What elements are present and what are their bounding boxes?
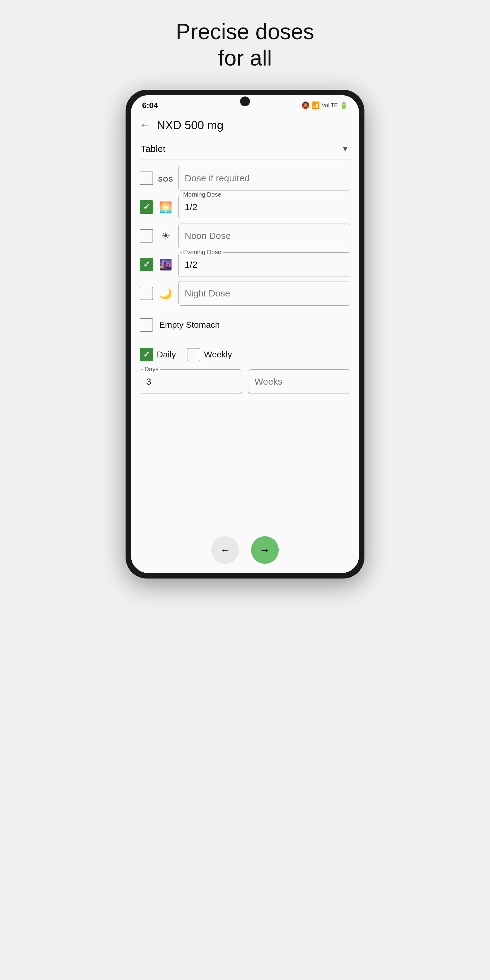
duration-row: Days bbox=[140, 369, 350, 394]
evening-checkbox[interactable] bbox=[140, 258, 153, 271]
status-icons: 🔕 📶 VoLTE 🔋 bbox=[301, 101, 348, 109]
back-button[interactable]: ← bbox=[140, 119, 151, 132]
sos-input-wrapper bbox=[178, 166, 350, 191]
tablet-label: Tablet bbox=[141, 144, 165, 154]
days-input[interactable] bbox=[140, 369, 242, 394]
morning-input-wrapper: Morning Dose bbox=[178, 195, 350, 219]
phone-screen: 6:04 🔕 📶 VoLTE 🔋 ← NXD 500 mg Tablet ▼ bbox=[131, 95, 359, 573]
mute-icon: 🔕 bbox=[301, 101, 310, 109]
days-wrapper: Days bbox=[140, 369, 242, 394]
sos-dose-input[interactable] bbox=[178, 166, 350, 191]
night-dose-input[interactable] bbox=[178, 281, 350, 305]
weeks-wrapper bbox=[248, 369, 350, 394]
noon-icon: ☀ bbox=[158, 230, 173, 242]
form-content: Tablet ▼ SOS 🌅 Morning Dose bbox=[131, 138, 359, 530]
wifi-icon: 📶 bbox=[312, 101, 320, 109]
next-nav-button[interactable]: → bbox=[251, 536, 279, 564]
night-checkbox[interactable] bbox=[140, 286, 153, 300]
tablet-dropdown[interactable]: Tablet ▼ bbox=[140, 138, 350, 160]
sos-icon: SOS bbox=[158, 172, 173, 184]
evening-dose-label: Evening Dose bbox=[182, 249, 223, 256]
morning-checkbox[interactable] bbox=[140, 200, 153, 214]
back-nav-button[interactable]: ← bbox=[211, 536, 239, 564]
weekly-option: Weekly bbox=[187, 348, 232, 361]
sos-checkbox[interactable] bbox=[140, 172, 153, 185]
night-dose-row: 🌙 bbox=[140, 281, 350, 305]
schedule-row: Daily Weekly bbox=[140, 343, 350, 366]
evening-icon: 🌆 bbox=[158, 258, 173, 271]
sos-dose-row: SOS bbox=[140, 166, 350, 191]
days-label: Days bbox=[143, 366, 160, 373]
weekly-label: Weekly bbox=[204, 350, 232, 360]
app-bar: ← NXD 500 mg bbox=[131, 113, 359, 138]
daily-checkbox[interactable] bbox=[140, 348, 153, 361]
noon-checkbox[interactable] bbox=[140, 229, 153, 243]
weeks-input[interactable] bbox=[248, 369, 350, 394]
camera-notch bbox=[240, 97, 250, 106]
morning-dose-row: 🌅 Morning Dose bbox=[140, 195, 350, 219]
evening-dose-row: 🌆 Evening Dose bbox=[140, 252, 350, 277]
daily-option: Daily bbox=[140, 348, 176, 361]
morning-icon: 🌅 bbox=[158, 201, 173, 213]
noon-input-wrapper bbox=[178, 224, 350, 248]
next-nav-icon: → bbox=[259, 544, 270, 557]
app-title: NXD 500 mg bbox=[157, 119, 224, 132]
noon-dose-row: ☀ bbox=[140, 224, 350, 248]
night-icon: 🌙 bbox=[158, 287, 173, 299]
signal-icon: VoLTE bbox=[321, 102, 338, 109]
morning-dose-input[interactable] bbox=[178, 195, 350, 219]
morning-dose-label: Morning Dose bbox=[182, 191, 223, 198]
empty-stomach-label: Empty Stomach bbox=[159, 320, 220, 330]
battery-icon: 🔋 bbox=[340, 101, 348, 109]
dropdown-arrow-icon: ▼ bbox=[341, 144, 349, 153]
weekly-checkbox[interactable] bbox=[187, 348, 200, 361]
phone-frame: 6:04 🔕 📶 VoLTE 🔋 ← NXD 500 mg Tablet ▼ bbox=[126, 90, 364, 579]
bottom-nav: ← → bbox=[131, 530, 359, 573]
noon-dose-input[interactable] bbox=[178, 224, 350, 248]
separator-2 bbox=[140, 340, 350, 340]
evening-input-wrapper: Evening Dose bbox=[178, 252, 350, 277]
night-input-wrapper bbox=[178, 281, 350, 305]
evening-dose-input[interactable] bbox=[178, 252, 350, 277]
daily-label: Daily bbox=[157, 350, 176, 360]
page-heading: Precise doses for all bbox=[176, 18, 314, 72]
empty-stomach-checkbox[interactable] bbox=[140, 318, 153, 332]
status-time: 6:04 bbox=[142, 101, 158, 110]
back-nav-icon: ← bbox=[220, 544, 231, 557]
empty-stomach-row: Empty Stomach bbox=[140, 313, 350, 337]
